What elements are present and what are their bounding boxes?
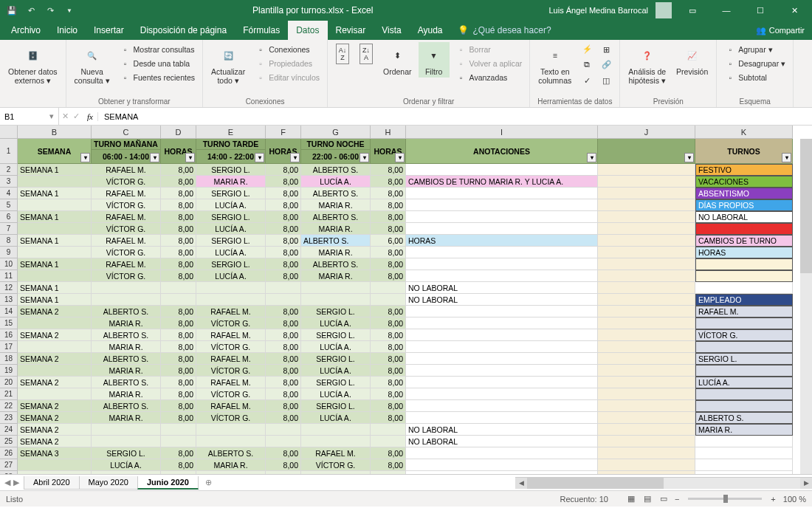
cell[interactable]: VÍCTOR G.	[196, 412, 266, 424]
col-head-B[interactable]: B	[18, 126, 92, 139]
cell[interactable]	[695, 258, 793, 270]
cell[interactable]	[406, 353, 598, 365]
cell[interactable]: 8,00	[371, 258, 406, 270]
close-icon[interactable]: ✕	[781, 0, 808, 21]
row-head-10[interactable]: 10	[0, 258, 18, 270]
cell[interactable]: SERGIO L.	[301, 377, 371, 388]
cell[interactable]: ALBERTO S.	[92, 377, 161, 388]
cell[interactable]: SERGIO L.	[301, 329, 371, 341]
cell[interactable]	[301, 424, 371, 436]
cell[interactable]	[161, 294, 196, 306]
cell[interactable]: 8,00	[371, 471, 406, 474]
cell[interactable]: 8,00	[161, 176, 196, 188]
cell[interactable]	[196, 424, 266, 436]
new-query-button[interactable]: 🔍Nueva consulta ▾	[71, 42, 114, 86]
cell[interactable]: ABSENTISMO	[695, 188, 793, 199]
row-head-12[interactable]: 12	[0, 282, 18, 294]
cell[interactable]	[196, 436, 266, 447]
cell[interactable]	[598, 400, 695, 412]
cell[interactable]	[406, 459, 598, 471]
ribbon-item[interactable]: ▫Editar vínculos	[252, 70, 323, 84]
col-head-D[interactable]: D	[161, 126, 196, 139]
cell[interactable]	[406, 341, 598, 353]
cell[interactable]	[598, 329, 695, 341]
cell[interactable]: FESTIVO	[695, 164, 793, 176]
cell[interactable]: MARIA R.	[92, 318, 161, 329]
cell[interactable]: 8,00	[266, 388, 301, 400]
cell[interactable]: MARIA R.	[196, 176, 266, 188]
cell[interactable]: 8,00	[266, 176, 301, 188]
cell[interactable]	[598, 211, 695, 223]
cell[interactable]	[371, 294, 406, 306]
cell[interactable]: 8,00	[266, 377, 301, 388]
cell[interactable]: NO LABORAL	[406, 282, 598, 294]
cell[interactable]: SERGIO L.	[301, 306, 371, 318]
cell[interactable]: VÍCTOR G.	[196, 365, 266, 377]
filter-dropdown-icon[interactable]: ▾	[290, 153, 300, 162]
cell[interactable]: 8,00	[266, 412, 301, 424]
horizontal-scrollbar[interactable]: ◀ ▶	[515, 477, 812, 489]
remove-dup-button[interactable]: ⧉	[578, 58, 596, 72]
tab-fórmulas[interactable]: Fórmulas	[235, 21, 288, 40]
cell[interactable]: 8,00	[161, 270, 196, 282]
cell[interactable]: 8,00	[161, 329, 196, 341]
cell[interactable]	[598, 388, 695, 400]
cell[interactable]	[406, 388, 598, 400]
minimize-icon[interactable]: —	[713, 0, 740, 21]
cell[interactable]: 8,00	[371, 223, 406, 235]
cell[interactable]: 8,00	[371, 400, 406, 412]
cell[interactable]	[695, 459, 793, 471]
cell[interactable]: SEMANA 2	[18, 436, 92, 447]
user-avatar[interactable]	[656, 2, 672, 18]
cell[interactable]: ALBERTO S.	[301, 258, 371, 270]
cell[interactable]	[598, 247, 695, 258]
filter-dropdown-icon[interactable]: ▾	[684, 153, 694, 162]
cell[interactable]	[406, 199, 598, 211]
cell[interactable]: RAFAEL M.	[92, 188, 161, 199]
cell[interactable]	[18, 365, 92, 377]
cell[interactable]	[598, 341, 695, 353]
cell[interactable]	[598, 306, 695, 318]
col-head-F[interactable]: F	[266, 126, 301, 139]
cell[interactable]	[406, 211, 598, 223]
cell[interactable]	[18, 459, 92, 471]
col-head-G[interactable]: G	[301, 126, 371, 139]
cell[interactable]: 8,00	[161, 447, 196, 459]
ribbon-item[interactable]: ▫Borrar	[453, 42, 526, 56]
cell[interactable]: SEMANA 1	[18, 164, 92, 176]
cell[interactable]: MARIA R.	[92, 365, 161, 377]
cell[interactable]: ALBERTO S.	[196, 471, 266, 474]
cell[interactable]	[598, 223, 695, 235]
undo-icon[interactable]: ↶	[24, 3, 38, 18]
cell[interactable]: 8,00	[371, 459, 406, 471]
cell[interactable]: VÍCTOR G.	[92, 176, 161, 188]
vertical-scrollbar[interactable]	[800, 139, 812, 474]
cell[interactable]: 8,00	[266, 353, 301, 365]
cell[interactable]: MARIA R.	[301, 199, 371, 211]
cell[interactable]: MARIA R.	[92, 412, 161, 424]
row-head-14[interactable]: 14	[0, 306, 18, 318]
ribbon-options-icon[interactable]: ▭	[679, 0, 706, 21]
cell[interactable]	[301, 282, 371, 294]
cell[interactable]: SEMANA 2	[18, 377, 92, 388]
cell[interactable]	[598, 412, 695, 424]
cell[interactable]: RAFAEL M.	[92, 235, 161, 247]
cell[interactable]: VÍCTOR G.	[196, 341, 266, 353]
cell[interactable]: 8,00	[161, 377, 196, 388]
cell[interactable]: SERGIO L.	[301, 400, 371, 412]
cell[interactable]: LUCÍA A.	[695, 377, 793, 388]
cell[interactable]	[196, 282, 266, 294]
cell[interactable]: SERGIO L.	[196, 188, 266, 199]
cell[interactable]	[18, 199, 92, 211]
whatif-button[interactable]: ❓Análisis de hipótesis ▾	[625, 42, 670, 86]
cell[interactable]: 8,00	[371, 247, 406, 258]
cell[interactable]: LUCÍA A.	[301, 412, 371, 424]
cell[interactable]: 8,00	[371, 341, 406, 353]
row-head-25[interactable]: 25	[0, 436, 18, 447]
cell[interactable]: 8,00	[371, 176, 406, 188]
scroll-left-icon[interactable]: ◀	[515, 478, 527, 489]
cell[interactable]: ALBERTO S.	[695, 412, 793, 424]
row-head-7[interactable]: 7	[0, 223, 18, 235]
filter-dropdown-icon[interactable]: ▾	[359, 153, 369, 162]
cell[interactable]: 8,00	[266, 247, 301, 258]
